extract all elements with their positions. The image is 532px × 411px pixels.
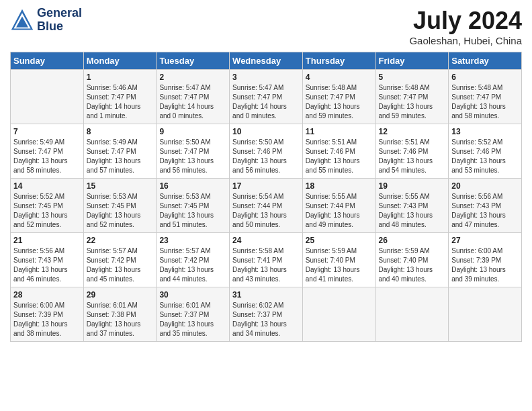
calendar-cell: 2Sunrise: 5:47 AM Sunset: 7:47 PM Daylig…	[157, 70, 230, 124]
day-info: Sunrise: 5:57 AM Sunset: 7:42 PM Dayligh…	[159, 246, 226, 284]
day-number: 24	[232, 236, 300, 245]
calendar-cell: 23Sunrise: 5:57 AM Sunset: 7:42 PM Dayli…	[157, 233, 230, 287]
day-number: 29	[87, 290, 154, 300]
calendar-cell: 12Sunrise: 5:51 AM Sunset: 7:46 PM Dayli…	[375, 124, 449, 179]
day-number: 22	[87, 236, 154, 245]
day-info: Sunrise: 6:02 AM Sunset: 7:37 PM Dayligh…	[232, 301, 300, 338]
calendar-cell: 14Sunrise: 5:52 AM Sunset: 7:45 PM Dayli…	[11, 179, 84, 233]
day-number: 18	[306, 181, 373, 191]
logo-icon	[10, 8, 34, 32]
day-number: 27	[451, 236, 519, 245]
calendar-table: SundayMondayTuesdayWednesdayThursdayFrid…	[10, 52, 522, 342]
week-row-3: 21Sunrise: 5:56 AM Sunset: 7:43 PM Dayli…	[11, 233, 522, 287]
header-day-thursday: Thursday	[302, 52, 375, 70]
week-row-4: 28Sunrise: 6:00 AM Sunset: 7:39 PM Dayli…	[11, 287, 522, 342]
calendar-cell: 20Sunrise: 5:56 AM Sunset: 7:43 PM Dayli…	[449, 179, 522, 233]
title-area: July 2024 Gaoleshan, Hubei, China	[409, 7, 522, 46]
day-info: Sunrise: 5:59 AM Sunset: 7:40 PM Dayligh…	[379, 246, 446, 284]
calendar-cell: 28Sunrise: 6:00 AM Sunset: 7:39 PM Dayli…	[11, 287, 84, 342]
day-number: 25	[306, 236, 373, 245]
day-number: 23	[159, 236, 226, 245]
day-number: 10	[232, 127, 300, 136]
calendar-cell: 17Sunrise: 5:54 AM Sunset: 7:44 PM Dayli…	[230, 179, 303, 233]
calendar-cell: 8Sunrise: 5:49 AM Sunset: 7:47 PM Daylig…	[83, 124, 157, 179]
day-info: Sunrise: 5:53 AM Sunset: 7:45 PM Dayligh…	[87, 192, 154, 230]
calendar-cell: 6Sunrise: 5:48 AM Sunset: 7:47 PM Daylig…	[449, 70, 522, 124]
calendar-cell: 26Sunrise: 5:59 AM Sunset: 7:40 PM Dayli…	[375, 233, 449, 287]
day-number: 9	[159, 127, 226, 136]
day-number: 26	[379, 236, 446, 245]
day-info: Sunrise: 6:00 AM Sunset: 7:39 PM Dayligh…	[451, 246, 519, 284]
calendar-cell	[375, 287, 449, 342]
day-info: Sunrise: 5:57 AM Sunset: 7:42 PM Dayligh…	[87, 246, 154, 284]
week-row-2: 14Sunrise: 5:52 AM Sunset: 7:45 PM Dayli…	[11, 179, 522, 233]
calendar-cell: 27Sunrise: 6:00 AM Sunset: 7:39 PM Dayli…	[449, 233, 522, 287]
calendar-cell: 7Sunrise: 5:49 AM Sunset: 7:47 PM Daylig…	[11, 124, 84, 179]
calendar-header: SundayMondayTuesdayWednesdayThursdayFrid…	[11, 52, 522, 70]
day-number: 21	[13, 236, 81, 245]
page-header: General Blue July 2024 Gaoleshan, Hubei,…	[10, 7, 522, 46]
day-number: 19	[379, 181, 446, 191]
calendar-cell: 11Sunrise: 5:51 AM Sunset: 7:46 PM Dayli…	[302, 124, 375, 179]
day-info: Sunrise: 5:47 AM Sunset: 7:47 PM Dayligh…	[232, 83, 300, 121]
calendar-cell: 21Sunrise: 5:56 AM Sunset: 7:43 PM Dayli…	[11, 233, 84, 287]
calendar-cell: 5Sunrise: 5:48 AM Sunset: 7:47 PM Daylig…	[375, 70, 449, 124]
day-info: Sunrise: 6:01 AM Sunset: 7:38 PM Dayligh…	[87, 301, 154, 338]
header-day-tuesday: Tuesday	[157, 52, 230, 70]
week-row-1: 7Sunrise: 5:49 AM Sunset: 7:47 PM Daylig…	[11, 124, 522, 179]
calendar-cell: 15Sunrise: 5:53 AM Sunset: 7:45 PM Dayli…	[83, 179, 157, 233]
day-number: 12	[379, 127, 446, 136]
day-info: Sunrise: 5:52 AM Sunset: 7:46 PM Dayligh…	[451, 138, 519, 175]
day-number: 8	[87, 127, 154, 136]
day-info: Sunrise: 6:01 AM Sunset: 7:37 PM Dayligh…	[159, 301, 226, 338]
header-day-saturday: Saturday	[449, 52, 522, 70]
calendar-cell: 4Sunrise: 5:48 AM Sunset: 7:47 PM Daylig…	[302, 70, 375, 124]
header-day-friday: Friday	[375, 52, 449, 70]
day-number: 17	[232, 181, 300, 191]
day-number: 13	[451, 127, 519, 136]
header-row: SundayMondayTuesdayWednesdayThursdayFrid…	[11, 52, 522, 70]
day-number: 30	[159, 290, 226, 300]
calendar-cell: 18Sunrise: 5:55 AM Sunset: 7:44 PM Dayli…	[302, 179, 375, 233]
month-title: July 2024	[409, 7, 522, 35]
calendar-body: 1Sunrise: 5:46 AM Sunset: 7:47 PM Daylig…	[11, 70, 522, 342]
logo-text: General Blue	[37, 7, 82, 34]
day-info: Sunrise: 5:49 AM Sunset: 7:47 PM Dayligh…	[13, 138, 81, 175]
day-number: 6	[451, 73, 519, 82]
calendar-cell: 1Sunrise: 5:46 AM Sunset: 7:47 PM Daylig…	[83, 70, 157, 124]
calendar-cell	[449, 287, 522, 342]
day-info: Sunrise: 5:59 AM Sunset: 7:40 PM Dayligh…	[306, 246, 373, 284]
calendar-cell: 24Sunrise: 5:58 AM Sunset: 7:41 PM Dayli…	[230, 233, 303, 287]
location: Gaoleshan, Hubei, China	[409, 35, 522, 46]
day-number: 3	[232, 73, 300, 82]
day-info: Sunrise: 5:53 AM Sunset: 7:45 PM Dayligh…	[159, 192, 226, 230]
day-number: 2	[159, 73, 226, 82]
calendar-cell: 25Sunrise: 5:59 AM Sunset: 7:40 PM Dayli…	[302, 233, 375, 287]
logo: General Blue	[10, 7, 82, 34]
calendar-cell: 30Sunrise: 6:01 AM Sunset: 7:37 PM Dayli…	[157, 287, 230, 342]
day-info: Sunrise: 5:49 AM Sunset: 7:47 PM Dayligh…	[87, 138, 154, 175]
day-number: 11	[306, 127, 373, 136]
day-number: 5	[379, 73, 446, 82]
calendar-cell	[302, 287, 375, 342]
calendar-cell: 16Sunrise: 5:53 AM Sunset: 7:45 PM Dayli…	[157, 179, 230, 233]
day-number: 1	[87, 73, 154, 82]
day-info: Sunrise: 5:54 AM Sunset: 7:44 PM Dayligh…	[232, 192, 300, 230]
day-info: Sunrise: 5:56 AM Sunset: 7:43 PM Dayligh…	[13, 246, 81, 284]
calendar-cell: 10Sunrise: 5:50 AM Sunset: 7:46 PM Dayli…	[230, 124, 303, 179]
day-info: Sunrise: 5:52 AM Sunset: 7:45 PM Dayligh…	[13, 192, 81, 230]
day-number: 7	[13, 127, 81, 136]
calendar-cell	[11, 70, 84, 124]
day-number: 14	[13, 181, 81, 191]
day-info: Sunrise: 5:50 AM Sunset: 7:46 PM Dayligh…	[232, 138, 300, 175]
day-number: 15	[87, 181, 154, 191]
day-number: 20	[451, 181, 519, 191]
week-row-0: 1Sunrise: 5:46 AM Sunset: 7:47 PM Daylig…	[11, 70, 522, 124]
header-day-sunday: Sunday	[11, 52, 84, 70]
day-info: Sunrise: 5:48 AM Sunset: 7:47 PM Dayligh…	[306, 83, 373, 121]
day-info: Sunrise: 5:55 AM Sunset: 7:44 PM Dayligh…	[306, 192, 373, 230]
day-info: Sunrise: 5:48 AM Sunset: 7:47 PM Dayligh…	[379, 83, 446, 121]
day-number: 31	[232, 290, 300, 300]
day-info: Sunrise: 5:58 AM Sunset: 7:41 PM Dayligh…	[232, 246, 300, 284]
calendar-cell: 13Sunrise: 5:52 AM Sunset: 7:46 PM Dayli…	[449, 124, 522, 179]
